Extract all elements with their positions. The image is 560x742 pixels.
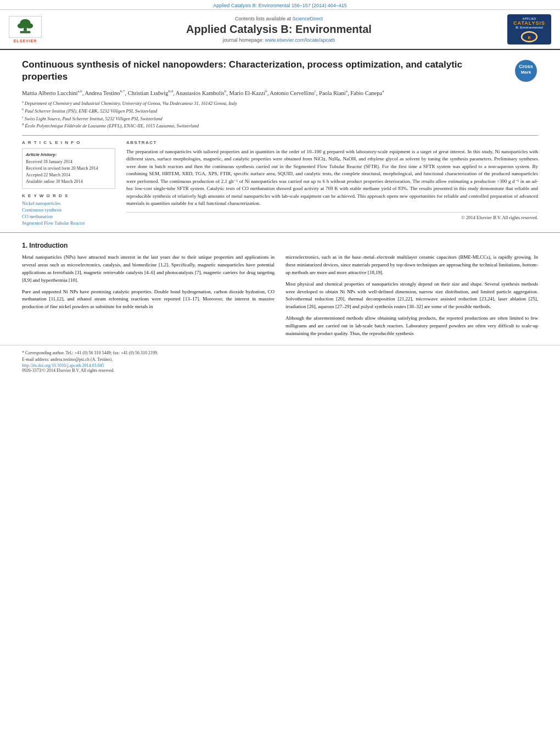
affiliation-a: a Department of Chemistry and Industrial… [22,99,538,107]
svg-point-4 [26,23,33,29]
affiliations: a Department of Chemistry and Industrial… [22,99,538,129]
logo-circle: B [521,31,537,42]
email-note: E-mail address: andrea.testino@psi.ch (A… [22,356,538,363]
journal-homepage-line: journal homepage: www.elsevier.com/locat… [51,37,507,43]
abstract-header: ABSTRACT [126,140,538,145]
received-line: Received 18 January 2014 [26,159,111,165]
elsevier-logo-img [9,16,42,38]
keyword-3: CO methanation [22,214,115,219]
svg-text:B: B [528,36,530,40]
article-info-header: A R T I C L E I N F O [22,140,115,145]
corresponding-author-note: * Corresponding author. Tel.: +41 (0) 56… [22,350,538,356]
journal-header: ELSEVIER Contents lists available at Sci… [0,10,560,50]
body-para-4: Most physical and chemical properties of… [285,281,538,311]
doi-line: http://dx.doi.org/10.1016/j.apcatb.2014.… [22,363,538,368]
crossmark-badge[interactable]: Cross Mark [514,59,538,83]
journal-ref-link[interactable]: Applied Catalysis B: Environmental 156–1… [213,3,347,8]
article-history-title: Article history: [26,152,111,157]
keyword-1: Nickel nanoparticles [22,200,115,206]
affiliation-d: d École Polytechnique Fédérale de Lausan… [22,122,538,130]
keyword-2: Continuous synthesis [22,207,115,213]
abstract-body: The preparation of nanoparticles with ta… [126,148,538,208]
logo-cat-text: CATALYSIS [513,20,545,26]
keyword-4: Segmented Flow Tubular Reactor [22,220,115,226]
elsevier-logo: ELSEVIER [9,16,42,43]
affiliation-c: c Swiss Light Source, Paul Scherrer Inst… [22,115,538,122]
abstract-column: ABSTRACT The preparation of nanoparticle… [126,140,538,227]
svg-text:Mark: Mark [521,70,531,75]
received-revised-line: Received in revised form 20 March 2014 [26,165,111,172]
footnote-section: * Corresponding author. Tel.: +41 (0) 56… [0,345,560,377]
section-1-title: 1. Introduction [22,242,538,249]
svg-text:Cross: Cross [519,64,533,69]
accepted-line: Accepted 22 March 2014 [26,172,111,178]
article-title: Continuous synthesis of nickel nanopowde… [22,59,538,83]
journal-title-block: Contents lists available at ScienceDirec… [51,16,507,43]
sciencedirect-link[interactable]: ScienceDirect [293,16,323,21]
contents-line: Contents lists available at ScienceDirec… [51,16,507,21]
svg-point-3 [18,23,25,29]
catalysis-journal-logo: APPLIED CATALYSIS B: Environmental B [507,14,551,44]
body-two-col: Metal nanoparticles (NPs) have attracted… [0,254,560,342]
article-info-column: A R T I C L E I N F O Article history: R… [22,140,115,227]
keywords-section: K E Y W O R D S Nickel nanoparticles Con… [22,193,115,226]
body-para-5: Although the aforementioned methods allo… [285,315,538,338]
body-para-2: Pure and supported Ni NPs have promising… [22,288,275,311]
affiliation-b: b Paul Scherrer Institut (PSI), ENE-LBK,… [22,107,538,115]
footer-issn: 0926-3373/© 2014 Elsevier B.V. All right… [22,368,538,373]
christian-ludwig: Christian Ludwig [128,90,169,96]
available-line: Available online 30 March 2014 [26,178,111,185]
body-para-1: Metal nanoparticles (NPs) have attracted… [22,254,275,284]
body-right-col: microelectronics, such as in the base–me… [285,254,538,342]
article-history-box: Article history: Received 18 January 201… [22,148,115,189]
journal-title: Applied Catalysis B: Environmental [51,23,507,36]
body-left-col: Metal nanoparticles (NPs) have attracted… [22,254,275,342]
logo-b-text: B: Environmental [516,26,543,29]
body-section: 1. Introduction [0,232,560,249]
keywords-header: K E Y W O R D S [22,193,115,198]
homepage-link[interactable]: www.elsevier.com/locate/apcatb [265,37,335,43]
copyright-line: © 2014 Elsevier B.V. All rights reserved… [126,212,538,220]
authors-line: Mattia Alberto Lucchinia,b, Andrea Testi… [22,88,538,97]
top-banner: Applied Catalysis B: Environmental 156–1… [0,0,560,10]
elsevier-text: ELSEVIER [14,39,37,43]
article-info-abstract-section: A R T I C L E I N F O Article history: R… [22,135,538,227]
article-area: Continuous synthesis of nickel nanopowde… [0,50,560,227]
svg-rect-5 [20,31,31,34]
body-para-3: microelectronics, such as in the base–me… [285,254,538,277]
